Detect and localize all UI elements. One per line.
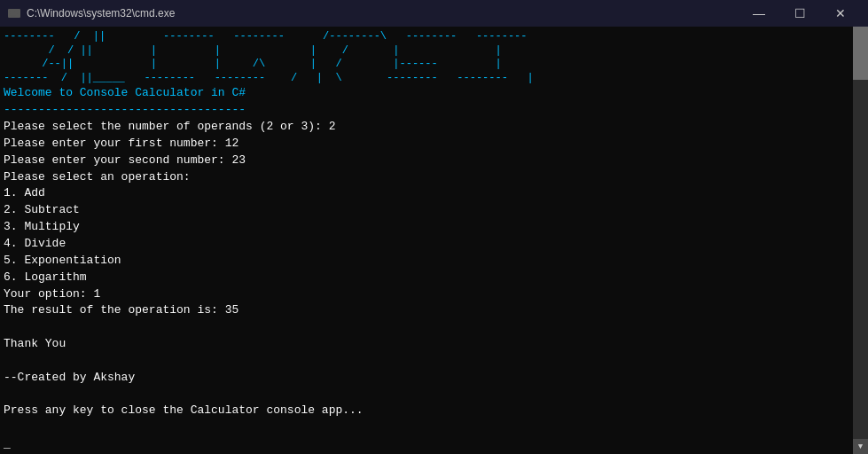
- titlebar-title: C:\Windows\system32\cmd.exe: [27, 7, 175, 20]
- console-line-13: The result of the operation is: 35: [4, 302, 861, 319]
- console-line-18: [4, 387, 861, 403]
- console-area: -------- / || -------- -------- /-------…: [0, 27, 868, 454]
- console-line-11: 6. Logarithm: [4, 270, 861, 286]
- console-line-5: Please select an operation:: [4, 169, 861, 186]
- console-line-9: 4. Divide: [4, 236, 861, 253]
- close-button[interactable]: ✕: [820, 0, 861, 27]
- minimize-button[interactable]: —: [739, 0, 779, 27]
- console-line-2: Please select the number of operands (2 …: [4, 119, 861, 136]
- console-line-4: Please enter your second number: 23: [4, 153, 861, 169]
- svg-rect-3: [10, 16, 16, 17]
- console-line-12: Your option: 1: [4, 286, 861, 303]
- console-line-21: _: [4, 436, 861, 453]
- console-line-20: [4, 419, 861, 436]
- titlebar: C:\Windows\system32\cmd.exe — ☐ ✕: [0, 0, 868, 27]
- console-output: Welcome to Console Calculator in C#-----…: [4, 85, 861, 453]
- scroll-down-button[interactable]: ▼: [853, 439, 868, 454]
- scrollbar[interactable]: ▲ ▼: [853, 27, 868, 454]
- cmd-icon: [7, 6, 21, 20]
- maximize-button[interactable]: ☐: [779, 0, 820, 27]
- svg-rect-1: [10, 11, 15, 12]
- console-line-16: [4, 353, 861, 370]
- console-line-14: [4, 319, 861, 336]
- titlebar-controls: — ☐ ✕: [739, 0, 861, 27]
- console-line-8: 3. Multiply: [4, 219, 861, 236]
- console-line-0: Welcome to Console Calculator in C#: [4, 85, 861, 102]
- console-line-19: Press any key to close the Calculator co…: [4, 403, 861, 419]
- ascii-banner: -------- / || -------- -------- /-------…: [4, 30, 861, 85]
- console-line-3: Please enter your first number: 12: [4, 136, 861, 153]
- console-line-10: 5. Exponentiation: [4, 253, 861, 270]
- console-line-17: --Created by Akshay: [4, 370, 861, 387]
- svg-rect-2: [10, 13, 18, 14]
- console-line-6: 1. Add: [4, 185, 861, 202]
- console-line-15: Thank You: [4, 336, 861, 353]
- scrollbar-thumb[interactable]: [853, 27, 868, 80]
- console-line-1: -----------------------------------: [4, 102, 861, 119]
- titlebar-left: C:\Windows\system32\cmd.exe: [7, 6, 175, 20]
- console-line-7: 2. Subtract: [4, 202, 861, 219]
